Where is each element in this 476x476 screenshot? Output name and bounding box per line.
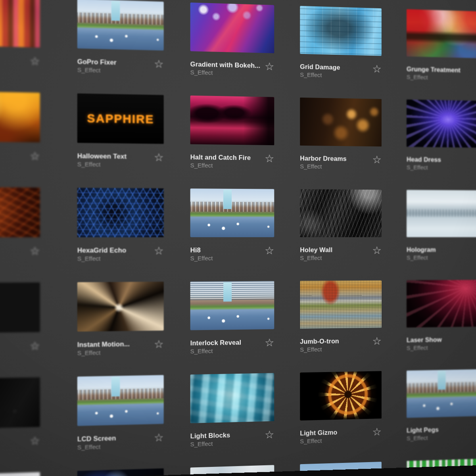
- effect-card-grunge-treatment[interactable]: Grunge Treatment S_Effect ☆: [407, 9, 476, 82]
- effect-plugin-group: S_Effect: [300, 436, 370, 445]
- favorite-star-icon[interactable]: ☆: [30, 151, 40, 161]
- effect-card-hologram[interactable]: Hologram S_Effect ☆: [407, 190, 476, 261]
- favorite-star-icon[interactable]: ☆: [154, 340, 164, 349]
- boston-skyline-thumbnail: [190, 188, 274, 237]
- effect-card-light-pegs[interactable]: Light Pegs S_Effect ☆: [407, 369, 476, 442]
- effect-card-lcd-screen[interactable]: LCD Screen S_Effect ☆: [77, 375, 164, 451]
- favorite-star-icon[interactable]: ☆: [372, 427, 382, 437]
- partial-effect-card[interactable]: ☆: [0, 187, 40, 256]
- partial-effect-card[interactable]: ☆: [0, 377, 40, 448]
- effect-title: Grunge Treatment: [407, 65, 475, 74]
- orange-energy-web-thumbnail: [0, 187, 40, 237]
- boston-skyline-soft-thumbnail: [407, 369, 476, 418]
- favorite-star-icon[interactable]: ☆: [265, 246, 274, 255]
- effect-plugin-group: S_Effect: [190, 439, 263, 448]
- effect-card-light-blocks[interactable]: Light Blocks S_Effect ☆: [190, 373, 274, 448]
- favorite-star-icon[interactable]: ☆: [372, 155, 382, 165]
- effect-card-holey-wall[interactable]: Holey Wall S_Effect ☆: [300, 189, 382, 261]
- effect-plugin-group: S_Effect: [190, 347, 263, 355]
- metallic-swirl-thumbnail: [77, 282, 164, 332]
- effect-title: Grid Damage: [300, 63, 370, 72]
- effect-plugin-group: S_Effect: [77, 66, 152, 75]
- effect-plugin-group: S_Effect: [300, 254, 370, 261]
- effect-card-hexagrid-echo[interactable]: HexaGrid Echo S_Effect ☆: [77, 188, 164, 262]
- effect-card-interlock-reveal[interactable]: Interlock Reveal S_Effect ☆: [190, 281, 274, 355]
- effect-title: [0, 54, 27, 56]
- effect-plugin-group: [0, 151, 27, 152]
- effect-plugin-group: S_Effect: [300, 345, 370, 353]
- effect-plugin-group: S_Effect: [407, 254, 475, 261]
- favorite-star-icon[interactable]: ☆: [372, 336, 382, 346]
- effect-title: Light Gizmo: [300, 427, 370, 437]
- effect-plugin-group: [0, 437, 27, 439]
- favorite-star-icon[interactable]: ☆: [154, 59, 164, 69]
- effect-card-grid-damage[interactable]: Grid Damage S_Effect ☆: [300, 6, 382, 80]
- green-digital-text-thumbnail: [407, 459, 476, 476]
- favorite-star-icon[interactable]: ☆: [30, 341, 40, 351]
- glitch-grid-thumbnail: [300, 6, 382, 56]
- bokeh-gradient-thumbnail: [190, 2, 274, 53]
- effect-card-halloween-text[interactable]: SAPPHIRE Halloween Text S_Effect ☆: [77, 94, 164, 169]
- favorite-star-icon[interactable]: ☆: [30, 246, 40, 256]
- orange-light-wheel-thumbnail: [300, 371, 382, 420]
- effect-plugin-group: [0, 342, 27, 343]
- sapphire-title-text: SAPPHIRE: [87, 111, 154, 126]
- effect-plugin-group: S_Effect: [190, 162, 263, 170]
- effect-card-hi8[interactable]: Hi8 S_Effect ☆: [190, 188, 274, 262]
- effect-title: [0, 341, 27, 342]
- favorite-star-icon[interactable]: ☆: [265, 154, 274, 163]
- favorite-star-icon[interactable]: ☆: [265, 338, 274, 347]
- effect-title: Light Pegs: [407, 425, 475, 434]
- dark-texture-thumbnail: [0, 377, 40, 429]
- effect-card-harbor-dreams[interactable]: Harbor Dreams S_Effect ☆: [300, 98, 382, 171]
- effect-plugin-group: S_Effect: [407, 344, 475, 351]
- effect-card-halt-and-catch-fire[interactable]: Halt and Catch Fire S_Effect ☆: [190, 96, 274, 170]
- partial-effect-card[interactable]: [0, 472, 40, 476]
- effect-title: Jumb-O-tron: [300, 336, 370, 345]
- effect-plugin-group: S_Effect: [77, 255, 152, 263]
- effect-title: Halt and Catch Fire: [190, 153, 263, 162]
- boston-skyline-thumbnail: [77, 0, 164, 50]
- favorite-star-icon[interactable]: ☆: [154, 246, 164, 255]
- effect-card-gopro-fixer[interactable]: GoPro Fixer S_Effect ☆: [77, 0, 164, 75]
- effect-title: Interlock Reveal: [190, 338, 263, 347]
- effect-card-head-dress[interactable]: Head Dress S_Effect ☆: [407, 100, 476, 172]
- effect-card-instant-motion[interactable]: Instant Motion... S_Effect ☆: [77, 282, 164, 357]
- partial-effect-card[interactable]: ☆: [0, 0, 40, 66]
- effect-plugin-group: S_Effect: [407, 433, 475, 442]
- effect-title: HexaGrid Echo: [77, 246, 152, 254]
- favorite-star-icon[interactable]: ☆: [372, 64, 382, 74]
- partial-effect-card[interactable]: [300, 462, 382, 476]
- partial-effect-card[interactable]: [190, 465, 274, 476]
- rainbow-grunge-city-thumbnail: [407, 9, 476, 58]
- effect-title: Halloween Text: [77, 152, 152, 161]
- bw-grunge-wall-thumbnail: [300, 189, 382, 237]
- effect-plugin-group: S_Effect: [300, 71, 370, 80]
- effect-title: [0, 436, 27, 438]
- cloud-haze-thumbnail: [190, 465, 274, 476]
- amber-bokeh-thumbnail: [300, 98, 382, 146]
- partial-effect-card[interactable]: [77, 468, 164, 476]
- effect-title: GoPro Fixer: [77, 58, 152, 67]
- effect-card-laser-show[interactable]: Laser Show S_Effect ☆: [407, 280, 476, 351]
- favorite-star-icon[interactable]: ☆: [30, 436, 40, 446]
- led-mosaic-city-thumbnail: [300, 280, 382, 329]
- effect-card-gradient-with-bokeh[interactable]: Gradient with Bokeh... S_Effect ☆: [190, 2, 274, 78]
- favorite-star-icon[interactable]: ☆: [154, 153, 164, 163]
- favorite-star-icon[interactable]: ☆: [154, 433, 164, 443]
- interlaced-city-thumbnail: [190, 281, 274, 330]
- blue-flame-dark-thumbnail: [77, 468, 164, 476]
- favorite-star-icon[interactable]: ☆: [30, 56, 40, 66]
- effect-title: Holey Wall: [300, 246, 370, 254]
- favorite-star-icon[interactable]: ☆: [265, 430, 274, 440]
- partial-effect-card[interactable]: ☆: [0, 282, 40, 352]
- partial-effect-card[interactable]: [407, 459, 476, 476]
- red-laser-silk-thumbnail: [407, 280, 476, 327]
- favorite-star-icon[interactable]: ☆: [265, 62, 274, 71]
- effect-card-light-gizmo[interactable]: Light Gizmo S_Effect ☆: [300, 371, 382, 445]
- favorite-star-icon[interactable]: ☆: [372, 246, 382, 255]
- effect-plugin-group: S_Effect: [407, 73, 475, 82]
- partial-effect-card[interactable]: ☆: [0, 91, 40, 161]
- effect-card-jumb-o-tron[interactable]: Jumb-O-tron S_Effect ☆: [300, 280, 382, 353]
- effect-plugin-group: [0, 55, 27, 57]
